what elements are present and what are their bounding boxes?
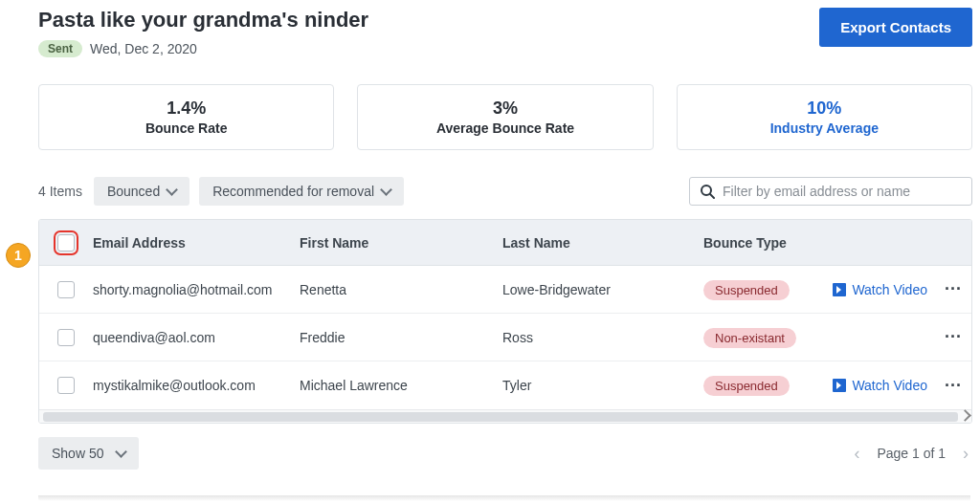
scroll-right-icon[interactable] [960, 412, 969, 422]
cell-email: mystikalmike@outlook.com [93, 378, 300, 393]
row-checkbox[interactable] [57, 281, 75, 298]
filter-bounced-label: Bounced [107, 184, 160, 199]
cell-first-name: Freddie [300, 330, 502, 345]
stat-bounce-rate-label: Bounce Rate [39, 120, 333, 136]
status-badge: Sent [38, 40, 82, 57]
table-row: queendiva@aol.comFreddieRossNon-existant… [39, 314, 971, 361]
search-field[interactable] [689, 177, 972, 206]
stat-avg-bounce-rate-label: Average Bounce Rate [358, 120, 652, 136]
horizontal-scrollbar[interactable] [39, 409, 971, 423]
header-first-name[interactable]: First Name [300, 235, 502, 251]
chevron-down-icon [166, 184, 178, 196]
row-actions-menu[interactable]: ··· [943, 376, 964, 396]
cell-bounce-type: Suspended [703, 282, 799, 297]
stat-avg-bounce-rate: 3% Average Bounce Rate [357, 84, 653, 150]
cell-first-name: Michael Lawrence [300, 378, 502, 393]
table-row: mystikalmike@outlook.comMichael Lawrence… [39, 361, 971, 409]
stat-industry-average[interactable]: 10% Industry Average [677, 84, 972, 150]
watch-video-link[interactable]: Watch Video [833, 378, 927, 393]
page-size-label: Show 50 [52, 446, 103, 461]
next-page-button[interactable]: › [959, 440, 972, 468]
row-actions-menu[interactable]: ··· [943, 279, 964, 299]
watch-video-link[interactable]: Watch Video [833, 282, 927, 297]
select-all-checkbox[interactable] [57, 234, 75, 252]
cell-email: queendiva@aol.com [93, 330, 300, 345]
row-checkbox[interactable] [57, 329, 75, 346]
page-title: Pasta like your grandma's ninder [38, 8, 368, 33]
play-icon [833, 283, 846, 296]
watch-video-label: Watch Video [852, 378, 927, 393]
prev-page-button[interactable]: ‹ [850, 440, 863, 468]
filter-bounced-dropdown[interactable]: Bounced [94, 177, 189, 206]
cell-bounce-type: Non-existant [703, 330, 799, 345]
stat-avg-bounce-rate-value: 3% [358, 98, 652, 119]
stat-bounce-rate: 1.4% Bounce Rate [38, 84, 334, 150]
cell-first-name: Renetta [300, 282, 502, 297]
sent-date: Wed, Dec 2, 2020 [90, 41, 197, 56]
svg-line-1 [710, 194, 714, 198]
cell-last-name: Ross [502, 330, 703, 345]
step-callout-number: 1 [14, 248, 22, 263]
filter-recommended-label: Recommended for removal [212, 184, 374, 199]
table-row: shorty.magnolia@hotmail.comRenettaLowe-B… [39, 266, 971, 314]
export-contacts-button[interactable]: Export Contacts [819, 8, 972, 47]
search-input[interactable] [723, 184, 962, 199]
cell-last-name: Lowe-Bridgewater [502, 282, 703, 297]
row-checkbox[interactable] [57, 377, 75, 394]
item-count: 4 Items [38, 184, 82, 199]
header-last-name[interactable]: Last Name [502, 235, 703, 251]
pager-label: Page 1 of 1 [877, 446, 946, 461]
chevron-down-icon [380, 184, 392, 196]
header-email[interactable]: Email Address [93, 235, 300, 251]
cell-last-name: Tyler [502, 378, 703, 393]
header-bounce-type[interactable]: Bounce Type [703, 235, 799, 251]
cell-bounce-type: Suspended [703, 378, 799, 393]
bounce-type-badge: Non-existant [703, 328, 796, 348]
bounce-type-badge: Suspended [703, 376, 790, 396]
play-icon [833, 379, 846, 392]
bounce-type-badge: Suspended [703, 280, 790, 300]
stat-bounce-rate-value: 1.4% [39, 98, 333, 119]
search-icon [700, 184, 715, 199]
cell-email: shorty.magnolia@hotmail.com [93, 282, 300, 297]
chevron-down-icon [116, 446, 128, 458]
table-header-row: Email Address First Name Last Name Bounc… [39, 220, 971, 266]
stat-industry-average-value: 10% [678, 98, 971, 119]
page-size-dropdown[interactable]: Show 50 [38, 437, 139, 470]
filter-recommended-dropdown[interactable]: Recommended for removal [199, 177, 404, 206]
stat-industry-average-label: Industry Average [678, 120, 971, 136]
contacts-table: Email Address First Name Last Name Bounc… [38, 219, 972, 424]
pager: ‹ Page 1 of 1 › [850, 440, 972, 468]
watch-video-label: Watch Video [852, 282, 927, 297]
scrollbar-thumb[interactable] [43, 412, 958, 422]
step-callout: 1 [6, 243, 31, 268]
row-actions-menu[interactable]: ··· [943, 327, 964, 347]
